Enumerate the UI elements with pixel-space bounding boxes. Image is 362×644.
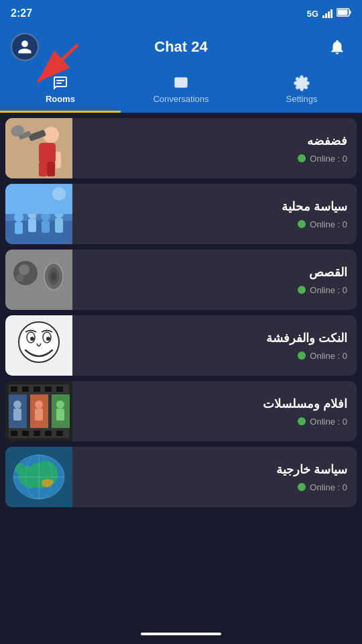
battery-icon [337,8,351,19]
svg-rect-25 [42,221,50,233]
room-name: النكت والفرفشة [266,331,347,345]
svg-rect-54 [34,431,40,436]
svg-rect-2 [350,11,351,14]
svg-rect-1 [338,10,348,15]
room-name: سياسة خارجية [276,462,347,477]
online-dot [298,154,306,162]
thumb-image [5,447,72,507]
thumb-image [5,184,72,244]
svg-rect-49 [34,386,40,392]
svg-rect-27 [55,218,63,233]
room-name: افلام ومسلسلات [263,396,347,411]
thumb-image [5,118,72,178]
svg-rect-65 [56,409,64,421]
room-info: افلام ومسلسلات Online : 0 [72,390,357,433]
settings-icon [294,75,310,91]
online-count: Online : 0 [310,154,347,164]
svg-point-43 [30,337,34,341]
room-name: فضفضه [307,133,347,148]
svg-rect-23 [28,219,36,232]
room-info: سياسة خارجية Online : 0 [72,455,357,499]
tab-conversations[interactable]: Conversations [121,70,241,113]
bottom-bar [0,624,362,644]
online-count: Online : 0 [310,482,347,492]
status-bar: 2:27 5G [0,0,362,27]
svg-rect-16 [39,162,47,176]
online-count: Online : 0 [310,417,347,427]
user-icon [17,39,33,55]
svg-rect-50 [45,386,52,392]
room-thumbnail [5,315,72,376]
svg-rect-55 [45,431,52,436]
svg-rect-6 [56,83,62,84]
svg-point-64 [56,400,64,409]
rooms-list: فضفضه Online : 0 [0,113,362,632]
tab-settings-label: Settings [286,94,318,104]
bell-icon [328,38,346,56]
svg-rect-47 [11,386,17,392]
thumb-image [5,381,72,441]
tab-rooms[interactable]: Rooms [0,70,121,113]
svg-point-38 [16,274,24,282]
online-status: Online : 0 [298,154,347,164]
tab-conversations-label: Conversations [153,94,208,104]
svg-point-44 [46,337,50,341]
svg-rect-11 [39,143,56,163]
tab-rooms-label: Rooms [46,94,75,104]
svg-rect-51 [56,386,63,392]
online-status: Online : 0 [298,351,347,361]
online-status: Online : 0 [298,285,347,295]
room-name: سياسة محلية [282,199,347,214]
svg-rect-56 [56,431,63,436]
thumb-image [5,250,72,310]
network-indicator: 5G [307,9,318,19]
svg-rect-61 [13,409,21,421]
svg-point-31 [52,187,66,201]
app-header: Chat 24 [0,27,362,67]
online-status: Online : 0 [298,482,347,492]
app-title: Chat 24 [154,38,207,56]
svg-rect-5 [56,80,64,81]
room-info: النكت والفرفشة Online : 0 [72,324,357,368]
room-item[interactable]: النكت والفرفشة Online : 0 [5,315,357,376]
room-item[interactable]: القصص Online : 0 [5,250,357,310]
thumb-image [5,315,72,376]
svg-rect-21 [15,222,23,234]
room-thumbnail [5,118,72,178]
svg-point-60 [13,400,21,409]
svg-rect-53 [22,431,29,436]
room-item[interactable]: سياسة محلية Online : 0 [5,184,357,244]
svg-rect-17 [47,162,55,176]
svg-point-37 [19,264,29,275]
room-info: القصص Online : 0 [72,258,357,302]
svg-rect-48 [22,386,29,392]
room-info: فضفضه Online : 0 [72,127,357,170]
room-name: القصص [309,265,347,280]
notification-button[interactable] [323,33,351,61]
online-dot [298,352,306,360]
room-item[interactable]: فضفضه Online : 0 [5,118,357,178]
room-thumbnail [5,250,72,310]
online-status: Online : 0 [298,219,347,229]
room-thumbnail [5,447,72,507]
room-thumbnail [5,381,72,441]
room-thumbnail [5,184,72,244]
online-dot [298,220,306,228]
online-count: Online : 0 [310,285,347,295]
online-status: Online : 0 [298,417,347,427]
online-dot [298,286,306,294]
avatar-button[interactable] [11,33,39,61]
home-indicator [141,633,221,635]
svg-point-62 [35,400,43,409]
room-item[interactable]: افلام ومسلسلات Online : 0 [5,381,357,441]
svg-point-36 [51,272,56,281]
rooms-icon [52,75,68,91]
online-count: Online : 0 [310,351,347,361]
room-item[interactable]: سياسة خارجية Online : 0 [5,447,357,507]
svg-rect-63 [35,409,43,421]
signal-icon [322,9,333,18]
status-icons: 5G [307,8,351,19]
tab-settings[interactable]: Settings [241,70,362,113]
svg-rect-15 [56,152,61,168]
online-dot [298,483,306,491]
